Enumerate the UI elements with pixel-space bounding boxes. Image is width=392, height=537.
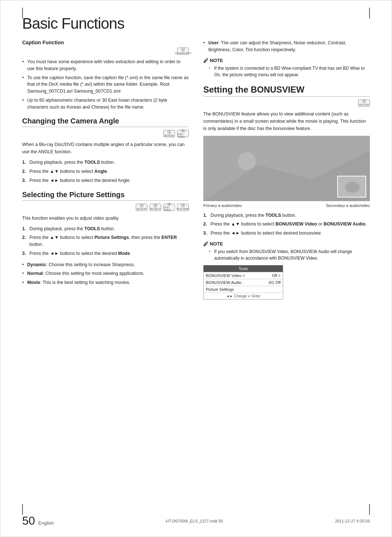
corner-marker-tl — [22, 8, 23, 19]
bd-re-badge: ⊕ BD-RE/-R — [150, 204, 161, 211]
dvd-video-label-1: DVD-VIDEO — [177, 133, 188, 138]
bonusview-note-content: If you switch from BONUSVIEW Video, BONU… — [203, 248, 370, 261]
tools-row-1-arrow: > — [278, 273, 281, 278]
bonusview-note-item-1: If you switch from BONUSVIEW Video, BONU… — [209, 248, 370, 261]
note-label-1: NOTE — [210, 58, 223, 63]
camera-angle-steps: 1. During playback, press the TOOLS butt… — [22, 159, 189, 184]
note-icon-1: 🖊 — [203, 58, 208, 64]
picture-settings-description: This function enables you to adjust vide… — [22, 215, 189, 222]
dvd-video-icon-1: ⊕ — [181, 129, 185, 133]
tools-table: Tools BONUSVIEW Video < Off > BONUSVIEW … — [203, 265, 283, 300]
dvd-rw-icon: ⊕ — [181, 204, 185, 208]
left-column: Caption Function ⊕ DivX/MKV/MP4 You must… — [22, 40, 189, 306]
page-language: English — [38, 520, 54, 526]
bv-step-num-1: 1. — [203, 212, 207, 219]
bd-rom-label-1: BD-ROM — [164, 134, 174, 137]
bd-rom-label-2: BD-ROM — [137, 208, 146, 210]
bv-tools-bold: TOOLS — [265, 213, 281, 218]
ps-mode-bold: Mode — [118, 251, 130, 256]
caption-bullet-3: Up to 60 alphanumeric characters or 30 E… — [22, 97, 189, 111]
step-num-3: 3. — [22, 177, 26, 184]
camera-step-3: 3. Press the ◄► buttons to select the de… — [22, 177, 189, 184]
caption-badge-row: ⊕ DivX/MKV/MP4 — [22, 48, 189, 55]
tools-table-footer: ◄► Change ↵ Enter — [204, 293, 283, 299]
bonusview-caption: Primary a audio/video Secondary a audio/… — [203, 203, 370, 208]
bd-rom-icon-1: ⊕ — [167, 130, 171, 134]
picture-settings-badge-row: ⊕ BD-ROM ⊕ BD-RE/-R ⊕ DVD-VIDEO ⊕ DVD+RW… — [22, 204, 189, 211]
corner-marker-br — [369, 504, 370, 515]
user-option-list: User: The user can adjust the Sharpness,… — [203, 40, 370, 53]
svg-point-4 — [345, 182, 360, 193]
caption-bullet-2: To use the caption function, save the ca… — [22, 74, 189, 95]
mode-options-list: Dynamic: Choose this setting to increase… — [22, 261, 189, 286]
corner-marker-tr — [369, 8, 370, 19]
camera-angle-description: When a Blu-ray Disc/DVD contains multipl… — [22, 141, 189, 155]
bd-rom-badge-bv: ⊕ BD-ROM — [358, 99, 370, 107]
picture-settings-note: 🖊 NOTE If the system is connected to a B… — [203, 58, 370, 78]
bonusview-badge-row: ⊕ BD-ROM — [203, 99, 370, 107]
dvd-video-badge-1: ⊕ DVD-VIDEO — [177, 130, 189, 137]
ps-step-num-3: 3. — [22, 250, 26, 257]
bv-audio-bold: BONUSVIEW Audio — [323, 221, 366, 227]
camera-step-1: 1. During playback, press the TOOLS butt… — [22, 159, 189, 166]
bonusview-image — [203, 136, 370, 201]
dvd-video-label-2: DVD-VIDEO — [164, 206, 175, 211]
dynamic-desc: : Choose this setting to increase Sharpn… — [46, 262, 135, 267]
divx-badge: ⊕ DivX/MKV/MP4 — [177, 48, 189, 55]
bv-step-num-2: 2. — [203, 221, 207, 228]
ps-enter-bold: ENTER — [162, 235, 177, 240]
caption-function-title: Caption Function — [22, 40, 189, 45]
bv-step-2: 2. Press the ▲▼ buttons to select BONUSV… — [203, 221, 370, 228]
camera-angle-title: Changing the Camera Angle — [22, 117, 189, 127]
bd-rom-icon-bv: ⊕ — [362, 100, 366, 103]
bonusview-main-screen — [203, 136, 370, 201]
picture-settings-title: Selecting the Picture Settings — [22, 191, 189, 201]
corner-marker-bl — [22, 504, 23, 515]
bd-rom-label-bv: BD-ROM — [359, 103, 369, 106]
page-container: Basic Functions Caption Function ⊕ DivX/… — [0, 0, 392, 537]
right-column: User: The user can adjust the Sharpness,… — [203, 40, 370, 306]
picture-note-content: If the system is connected to a BD Wise-… — [203, 65, 370, 78]
bonusview-title: Setting the BONUSVIEW — [203, 85, 370, 97]
normal-desc: : Choose this setting for most viewing a… — [43, 271, 144, 276]
dynamic-bold: Dynamic — [27, 262, 46, 267]
tools-row-1-value: Off > — [272, 273, 281, 278]
caption-function-section: Caption Function ⊕ DivX/MKV/MP4 You must… — [22, 40, 189, 110]
content-columns: Caption Function ⊕ DivX/MKV/MP4 You must… — [22, 40, 370, 306]
picture-settings-section: Selecting the Picture Settings ⊕ BD-ROM … — [22, 191, 189, 286]
bonusview-description: The BONUSVIEW feature allows you to view… — [203, 110, 370, 132]
bv-step-1: 1. During playback, press the TOOLS butt… — [203, 212, 370, 219]
bd-rom-icon-2: ⊕ — [140, 204, 143, 208]
picture-note-item-1: If the system is connected to a BD Wise-… — [209, 65, 370, 78]
mode-movie: Movie: This is the best setting for watc… — [22, 279, 189, 286]
bonusview-note: 🖊 NOTE If you switch from BONUSVIEW Vide… — [203, 241, 370, 261]
page-footer: 50 English HT-D6750W_ELS_1227.indd 50 20… — [0, 514, 392, 528]
tools-row-3: Picture Settings — [204, 286, 283, 293]
primary-label: Primary a audio/video — [203, 203, 242, 208]
ps-step-3: 3. Press the ◄► buttons to select the de… — [22, 250, 189, 257]
divx-icon-circle: ⊕ — [181, 48, 185, 52]
ps-tools-bold: TOOLS — [84, 226, 100, 231]
mode-normal: Normal: Choose this setting for most vie… — [22, 270, 189, 277]
camera-angle-badge-row: ⊕ BD-ROM ⊕ DVD-VIDEO — [22, 130, 189, 137]
dvd-video-badge-2: ⊕ DVD-VIDEO — [163, 204, 175, 211]
bv-step-3: 3. Press the ◄► buttons to select the de… — [203, 230, 370, 237]
dvd-rw-badge: ⊕ DVD+RW/R — [177, 204, 189, 211]
user-bold: User — [208, 40, 219, 45]
caption-bullet-list: You must have some experience with video… — [22, 58, 189, 110]
ps-step-num-1: 1. — [22, 225, 26, 232]
step-num-1: 1. — [22, 159, 26, 166]
bd-re-label: BD-RE/-R — [150, 208, 161, 210]
divx-badge-label: DivX/MKV/MP4 — [175, 52, 191, 54]
camera-angle-section: Changing the Camera Angle ⊕ BD-ROM ⊕ DVD… — [22, 117, 189, 184]
ps-step-2: 2. Press the ▲▼ buttons to select Pictur… — [22, 234, 189, 248]
tools-row-2-value: 0/1 Off — [269, 280, 281, 285]
ps-step-num-2: 2. — [22, 234, 26, 241]
step-num-2: 2. — [22, 168, 26, 175]
picture-settings-steps: 1. During playback, press the TOOLS butt… — [22, 225, 189, 257]
bonusview-note-title: 🖊 NOTE — [203, 241, 370, 247]
dvd-video-icon-2: ⊕ — [167, 203, 171, 206]
bv-step-num-3: 3. — [203, 230, 207, 237]
ps-picture-bold: Picture Settings — [94, 235, 129, 240]
dvd-rw-label: DVD+RW/R — [177, 208, 189, 210]
